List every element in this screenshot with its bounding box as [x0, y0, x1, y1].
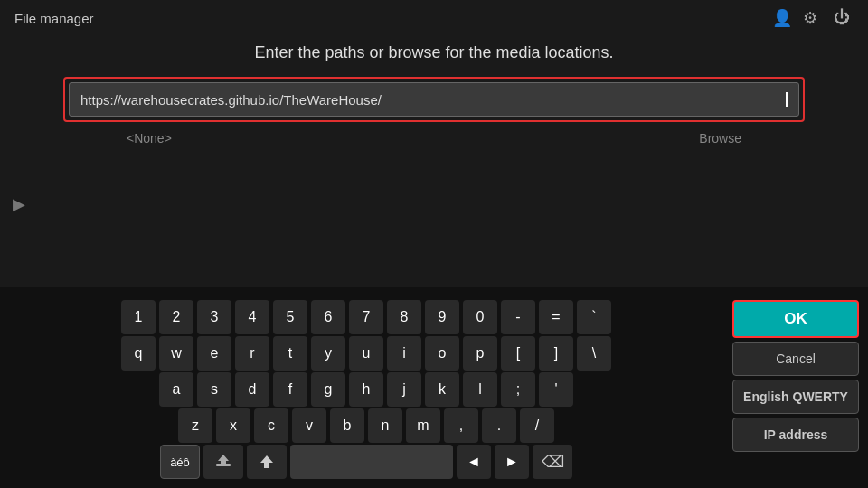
key-a[interactable]: a: [159, 372, 193, 407]
key-5[interactable]: 5: [273, 300, 307, 334]
key-4[interactable]: 4: [235, 300, 269, 334]
key-1[interactable]: 1: [121, 300, 156, 334]
keyboard-layout-button[interactable]: English QWERTY: [732, 380, 859, 414]
key-0[interactable]: 0: [463, 300, 497, 334]
browse-label[interactable]: Browse: [699, 131, 741, 145]
app-title: File manager: [14, 11, 94, 26]
key-backspace[interactable]: ⌫: [533, 445, 572, 479]
svg-marker-1: [218, 455, 229, 464]
key-r[interactable]: r: [235, 336, 269, 371]
key-p[interactable]: p: [463, 336, 497, 371]
svg-marker-2: [260, 455, 273, 468]
key-w[interactable]: w: [159, 336, 193, 371]
key-minus[interactable]: -: [501, 300, 535, 334]
key-b[interactable]: b: [330, 408, 364, 443]
key-right[interactable]: ►: [495, 445, 529, 479]
key-row-asdf: a s d f g h j k l ; ': [9, 372, 723, 407]
key-f[interactable]: f: [273, 372, 307, 407]
key-d[interactable]: d: [235, 372, 269, 407]
key-9[interactable]: 9: [425, 300, 459, 334]
url-container: https://warehousecrates.github.io/TheWar…: [63, 77, 805, 122]
key-backslash[interactable]: \: [577, 336, 611, 371]
key-8[interactable]: 8: [387, 300, 421, 334]
key-q[interactable]: q: [121, 336, 156, 371]
key-shift[interactable]: [247, 445, 287, 479]
keyboard: 1 2 3 4 5 6 7 8 9 0 - = ` q w e r t y u …: [9, 300, 723, 479]
key-caps-lock[interactable]: [203, 445, 243, 479]
settings-icon[interactable]: ⚙: [803, 8, 823, 28]
key-7[interactable]: 7: [349, 300, 383, 334]
side-buttons: OK Cancel English QWERTY IP address: [732, 300, 859, 452]
url-input-box[interactable]: https://warehousecrates.github.io/TheWar…: [69, 82, 799, 117]
key-2[interactable]: 2: [159, 300, 193, 334]
key-quote[interactable]: ': [539, 372, 573, 407]
key-rbracket[interactable]: ]: [539, 336, 573, 371]
key-comma[interactable]: ,: [444, 408, 478, 443]
key-period[interactable]: .: [482, 408, 516, 443]
key-n[interactable]: n: [368, 408, 402, 443]
key-6[interactable]: 6: [311, 300, 345, 334]
key-left[interactable]: ◄: [457, 445, 491, 479]
instruction-text: Enter the paths or browse for the media …: [0, 36, 868, 71]
header-icons: 👤 ⚙ ⏻: [772, 8, 854, 28]
cancel-button[interactable]: Cancel: [732, 342, 859, 376]
key-x[interactable]: x: [216, 408, 250, 443]
ok-button[interactable]: OK: [732, 300, 859, 338]
bottom-area: 1 2 3 4 5 6 7 8 9 0 - = ` q w e r t y u …: [0, 287, 868, 488]
power-icon[interactable]: ⏻: [834, 8, 854, 28]
key-e[interactable]: e: [197, 336, 231, 371]
key-u[interactable]: u: [349, 336, 383, 371]
person-icon[interactable]: 👤: [772, 8, 792, 28]
key-s[interactable]: s: [197, 372, 231, 407]
key-row-special: àéô ◄ ► ⌫: [9, 445, 723, 479]
key-y[interactable]: y: [311, 336, 345, 371]
none-label[interactable]: <None>: [127, 131, 172, 145]
key-v[interactable]: v: [292, 408, 326, 443]
path-row: <None> Browse: [0, 122, 868, 155]
key-backtick[interactable]: `: [577, 300, 611, 334]
key-slash[interactable]: /: [520, 408, 554, 443]
key-accents[interactable]: àéô: [160, 445, 200, 479]
key-c[interactable]: c: [254, 408, 288, 443]
key-i[interactable]: i: [387, 336, 421, 371]
text-cursor: [786, 92, 788, 107]
key-equals[interactable]: =: [539, 300, 573, 334]
key-k[interactable]: k: [425, 372, 459, 407]
key-h[interactable]: h: [349, 372, 383, 407]
key-l[interactable]: l: [463, 372, 497, 407]
key-t[interactable]: t: [273, 336, 307, 371]
side-arrow-icon: ▶: [13, 194, 25, 214]
key-z[interactable]: z: [178, 408, 212, 443]
key-row-qwerty: q w e r t y u i o p [ ] \: [9, 336, 723, 371]
url-value: https://warehousecrates.github.io/TheWar…: [80, 92, 785, 108]
key-3[interactable]: 3: [197, 300, 231, 334]
key-lbracket[interactable]: [: [501, 336, 535, 371]
key-g[interactable]: g: [311, 372, 345, 407]
key-row-numbers: 1 2 3 4 5 6 7 8 9 0 - = `: [9, 300, 723, 334]
key-semicolon[interactable]: ;: [501, 372, 535, 407]
key-o[interactable]: o: [425, 336, 459, 371]
key-row-zxcv: z x c v b n m , . /: [9, 408, 723, 443]
key-space[interactable]: [290, 445, 453, 479]
input-mode-button[interactable]: IP address: [732, 418, 859, 452]
key-j[interactable]: j: [387, 372, 421, 407]
key-m[interactable]: m: [406, 408, 440, 443]
header: File manager 👤 ⚙ ⏻: [0, 0, 868, 36]
svg-rect-0: [216, 464, 231, 466]
